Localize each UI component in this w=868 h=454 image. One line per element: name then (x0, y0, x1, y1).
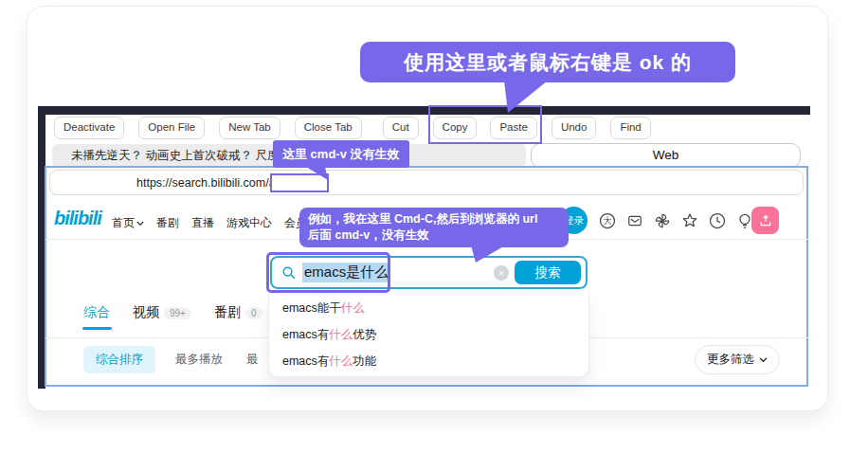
upload-icon (758, 213, 773, 228)
clock-icon (708, 211, 727, 230)
nav-anime[interactable]: 番剧 (156, 215, 179, 231)
url-text[interactable]: https://search.bilibili.com/all? (136, 176, 287, 190)
annotation-top-callout: 使用这里或者鼠标右键是 ok 的 (360, 42, 735, 82)
web-button[interactable]: Web (531, 143, 801, 168)
svg-text:大: 大 (603, 215, 611, 226)
annotation-urlbar-callout: 这里 cmd-v 没有生效 (273, 140, 409, 168)
suggestion-text: 优势 (353, 327, 376, 343)
search-callout-line1: 例如，我在这里 Cmd-C,然后到浏览器的 url (308, 211, 560, 227)
upload-button[interactable] (751, 207, 779, 234)
nav-home[interactable]: 首页 (112, 215, 144, 231)
menu-deactivate-button[interactable]: Deactivate (54, 117, 124, 139)
suggestion-text: 功能 (353, 354, 376, 370)
bilibili-search-box[interactable]: emacs是什么 × 搜索 (270, 256, 588, 289)
tab-bangumi-label: 番剧 (214, 304, 241, 321)
menu-copy-button[interactable]: Copy (433, 117, 478, 139)
chevron-down-icon (136, 221, 144, 227)
suggestion-highlight: 什么 (329, 327, 353, 343)
header-icon-row: 大 (597, 210, 754, 230)
suggestion-highlight: 什么 (341, 300, 365, 317)
window-frame-top (38, 106, 810, 115)
menu-bar: Deactivate Open File New Tab Close Tab C… (54, 117, 651, 139)
active-tab-underline (82, 327, 112, 330)
vip-button[interactable]: 大 (597, 210, 617, 230)
sort-comprehensive-button[interactable]: 综合排序 (83, 346, 155, 373)
menu-open-file-button[interactable]: Open File (138, 117, 205, 139)
search-submit-button[interactable]: 搜索 (515, 261, 581, 284)
chevron-down-icon (759, 357, 768, 363)
search-suggestions-dropdown: emacs能干什么 emacs有什么优势 emacs有什么功能 (268, 291, 589, 377)
bilibili-logo[interactable]: bilibili (54, 208, 101, 229)
history-button[interactable] (707, 210, 727, 230)
star-icon (680, 211, 699, 230)
vip-icon: 大 (598, 211, 617, 230)
menu-cut-button[interactable]: Cut (383, 117, 419, 139)
search-callout-line2: 后面 cmd-v，没有生效 (308, 227, 560, 244)
suggestion-text: emacs能干 (282, 300, 341, 317)
result-tabs: 综合 视频 99+ 番剧 0 (83, 304, 262, 321)
urlbar-callout-pointer (306, 167, 331, 181)
menu-paste-button[interactable]: Paste (490, 117, 536, 139)
tab-video-badge: 99+ (164, 307, 191, 319)
tab-video-label: 视频 (133, 304, 159, 321)
dynamic-button[interactable] (652, 210, 672, 230)
sort-partial-label[interactable]: 最 (246, 352, 259, 368)
tab-all-label: 综合 (83, 304, 110, 321)
message-button[interactable] (624, 210, 644, 230)
pinwheel-icon (653, 211, 672, 230)
top-callout-pointer (491, 81, 550, 115)
menu-new-tab-button[interactable]: New Tab (219, 117, 280, 139)
nav-live[interactable]: 直播 (191, 215, 214, 231)
suggestion-text: emacs有 (282, 354, 329, 370)
search-icon (281, 265, 297, 281)
tab-bangumi[interactable]: 番剧 0 (214, 304, 262, 321)
more-filters-button[interactable]: 更多筛选 (695, 345, 780, 374)
nav-game-center[interactable]: 游戏中心 (226, 215, 272, 231)
clear-search-button[interactable]: × (494, 265, 509, 281)
message-icon (625, 211, 644, 230)
more-filters-label: 更多筛选 (707, 352, 754, 368)
suggestion-item[interactable]: emacs能干什么 (269, 295, 588, 321)
favorites-button[interactable] (679, 210, 699, 230)
menu-find-button[interactable]: Find (610, 117, 650, 139)
tab-bangumi-badge: 0 (245, 307, 262, 319)
suggestion-highlight: 什么 (329, 354, 353, 370)
menu-undo-button[interactable]: Undo (552, 117, 597, 139)
suggestion-item[interactable]: emacs有什么优势 (269, 321, 588, 348)
suggestion-text: emacs有 (282, 327, 329, 343)
annotation-search-callout: 例如，我在这里 Cmd-C,然后到浏览器的 url 后面 cmd-v，没有生效 (299, 208, 569, 247)
nav-home-label: 首页 (112, 215, 135, 231)
search-query-text[interactable]: emacs是什么 (302, 263, 390, 282)
suggestion-item[interactable]: emacs有什么功能 (269, 348, 588, 374)
screenshot-stage: Deactivate Open File New Tab Close Tab C… (0, 0, 868, 454)
sort-most-played-button[interactable]: 最多播放 (175, 352, 223, 368)
tab-video[interactable]: 视频 99+ (133, 304, 191, 321)
tab-all[interactable]: 综合 (83, 304, 110, 321)
menu-close-tab-button[interactable]: Close Tab (295, 117, 362, 139)
